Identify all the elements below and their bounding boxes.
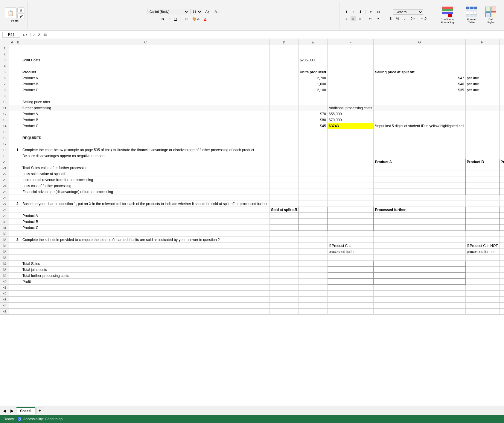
cell-G35[interactable] — [374, 249, 465, 255]
cell-G6[interactable]: $47 — [374, 75, 465, 81]
cell-H38[interactable] — [465, 267, 499, 273]
cell-F28[interactable] — [327, 207, 373, 213]
cell-B19[interactable] — [15, 153, 21, 159]
cell-I35[interactable] — [499, 249, 504, 255]
cell-C21[interactable]: Total Sales value after further processi… — [21, 165, 270, 171]
cell-I25[interactable] — [499, 189, 504, 195]
cell-C43[interactable] — [21, 297, 270, 303]
cell-A34[interactable] — [9, 243, 15, 249]
cell-G13[interactable] — [374, 117, 465, 123]
cell-A22[interactable] — [9, 171, 15, 177]
cell-D18[interactable] — [270, 147, 299, 153]
cell-B4[interactable] — [15, 63, 21, 69]
cell-F4[interactable] — [327, 63, 373, 69]
cell-A17[interactable] — [9, 141, 15, 147]
underline-button[interactable]: U — [173, 16, 179, 22]
cell-B32[interactable] — [15, 231, 21, 237]
cell-G3[interactable] — [374, 57, 465, 63]
align-left-button[interactable]: ≡ — [344, 16, 349, 21]
cell-H6[interactable]: per unit — [465, 75, 499, 81]
cell-G24[interactable] — [374, 183, 465, 189]
cell-D25[interactable] — [270, 189, 299, 195]
cell-A35[interactable] — [9, 249, 15, 255]
cell-B33[interactable]: 3 — [15, 237, 21, 243]
cell-G20[interactable]: Product A — [374, 159, 465, 165]
cell-H25[interactable] — [465, 189, 499, 195]
cell-A8[interactable] — [9, 87, 15, 93]
cell-G15[interactable] — [374, 129, 465, 135]
cell-G28[interactable]: Processed further — [374, 207, 465, 213]
cell-H22[interactable] — [465, 171, 499, 177]
cell-D13[interactable] — [270, 117, 299, 123]
cell-B6[interactable] — [15, 75, 21, 81]
cell-E18[interactable] — [298, 147, 327, 153]
cell-F16[interactable] — [327, 135, 373, 141]
cell-F11[interactable]: Additional processing costs — [327, 105, 373, 111]
cell-F9[interactable] — [327, 93, 373, 99]
align-middle-button[interactable]: ↕ — [351, 9, 356, 14]
cell-B7[interactable] — [15, 81, 21, 87]
cell-C31[interactable]: Product C — [21, 225, 270, 231]
cell-A3[interactable] — [9, 57, 15, 63]
cell-F31[interactable] — [327, 225, 373, 231]
cell-B36[interactable] — [15, 255, 21, 261]
cell-D38[interactable] — [270, 267, 299, 273]
cell-D4[interactable] — [270, 63, 299, 69]
cell-E14[interactable]: $45 — [298, 123, 327, 129]
cell-A16[interactable] — [9, 135, 15, 141]
cell-H1[interactable] — [465, 45, 499, 51]
cell-G22[interactable] — [374, 171, 465, 177]
cell-G38[interactable] — [374, 267, 465, 273]
cell-H23[interactable] — [465, 177, 499, 183]
decrease-font-button[interactable]: A↓ — [213, 9, 221, 15]
cell-H26[interactable] — [465, 195, 499, 201]
cell-H8[interactable]: per unit — [465, 87, 499, 93]
cell-C36[interactable] — [21, 255, 270, 261]
cell-G5[interactable]: Selling price at split off — [374, 69, 465, 75]
cell-C28[interactable] — [21, 207, 270, 213]
cell-A4[interactable] — [9, 63, 15, 69]
cell-H9[interactable] — [465, 93, 499, 99]
cell-I41[interactable] — [499, 285, 504, 291]
cell-E5[interactable]: Units produced — [298, 69, 327, 75]
cell-F6[interactable] — [327, 75, 373, 81]
cell-I29[interactable] — [499, 213, 504, 219]
cell-E4[interactable] — [298, 63, 327, 69]
cell-I10[interactable] — [499, 99, 504, 105]
font-color-button[interactable]: A — [202, 16, 208, 22]
cell-B38[interactable] — [15, 267, 21, 273]
cell-I6[interactable] — [499, 75, 504, 81]
cell-H30[interactable] — [465, 219, 499, 225]
cell-G1[interactable] — [374, 45, 465, 51]
cell-H39[interactable] — [465, 273, 499, 279]
cell-H18[interactable] — [465, 147, 499, 153]
cell-E24[interactable] — [298, 183, 327, 189]
cell-C40[interactable]: Profit — [21, 279, 270, 285]
italic-button[interactable]: I — [167, 16, 171, 22]
cell-G18[interactable] — [374, 147, 465, 153]
cell-I20[interactable]: Product C — [499, 159, 504, 165]
cell-E31[interactable] — [298, 225, 327, 231]
cell-E15[interactable] — [298, 129, 327, 135]
cell-F38[interactable] — [327, 267, 373, 273]
cell-B45[interactable] — [15, 309, 21, 315]
cell-B42[interactable] — [15, 291, 21, 297]
cell-D23[interactable] — [270, 177, 299, 183]
cell-D6[interactable] — [270, 75, 299, 81]
cell-I9[interactable] — [499, 93, 504, 99]
cell-C29[interactable]: Product A — [21, 213, 270, 219]
cell-E20[interactable] — [298, 159, 327, 165]
cell-I28[interactable] — [499, 207, 504, 213]
cell-H40[interactable] — [465, 279, 499, 285]
cell-E25[interactable] — [298, 189, 327, 195]
cell-A2[interactable] — [9, 51, 15, 57]
cell-G25[interactable] — [374, 189, 465, 195]
cell-B30[interactable] — [15, 219, 21, 225]
comma-button[interactable]: , — [402, 16, 407, 21]
cell-A37[interactable] — [9, 261, 15, 267]
cell-B40[interactable] — [15, 279, 21, 285]
cell-E29[interactable] — [298, 213, 327, 219]
cell-H44[interactable] — [465, 303, 499, 309]
cell-A24[interactable] — [9, 183, 15, 189]
cell-D39[interactable] — [270, 273, 299, 279]
